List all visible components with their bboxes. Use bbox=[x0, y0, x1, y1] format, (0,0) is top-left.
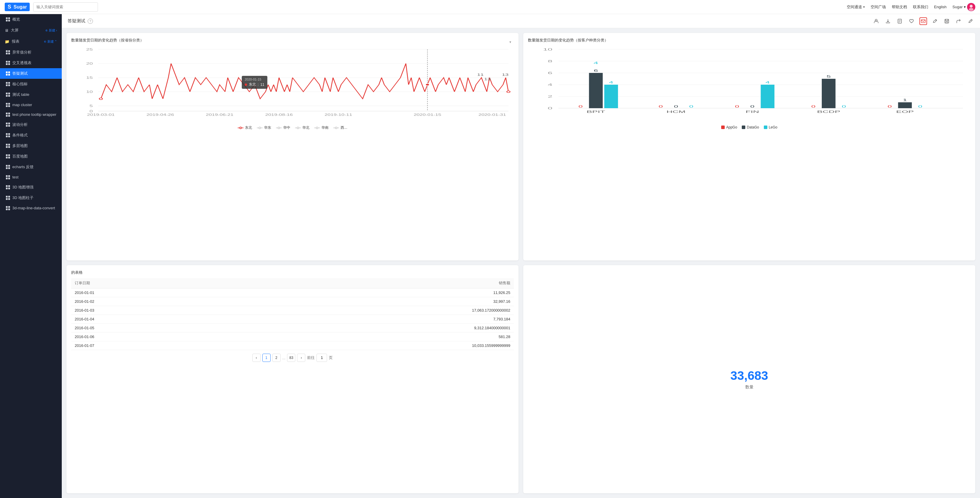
number-card: 33,683 数量 bbox=[523, 265, 975, 493]
sidebar-label-3dmapcol: 3D 地图柱子 bbox=[12, 195, 33, 200]
cell-date: 2016-01-07 bbox=[71, 341, 235, 350]
save-icon[interactable] bbox=[943, 17, 951, 25]
sidebar-item-3dmap[interactable]: 3D 地图增强 bbox=[0, 182, 62, 193]
sidebar-section-dapin[interactable]: 🖥 大屏 ⊕ 新建 › bbox=[0, 25, 62, 36]
next-page-btn[interactable]: › bbox=[297, 354, 305, 362]
grid-icon bbox=[6, 185, 10, 189]
mail-icon[interactable] bbox=[920, 17, 927, 25]
svg-text:6: 6 bbox=[594, 69, 598, 72]
sidebar-item-multilayermap[interactable]: 多层地图 bbox=[0, 141, 62, 151]
person-icon[interactable] bbox=[872, 17, 880, 25]
heart-icon[interactable] bbox=[908, 17, 915, 25]
edit-icon[interactable] bbox=[931, 17, 939, 25]
svg-text:4: 4 bbox=[548, 83, 552, 87]
report-header: 答疑测试 ? bbox=[62, 14, 980, 28]
line-chart-svg: 25 20 15 10 5 0 2019-03-01 2019-04-26 20… bbox=[71, 46, 514, 117]
chart-options-btn[interactable]: ▾ bbox=[507, 38, 514, 46]
sidebar-item-qa[interactable]: 答疑测试 bbox=[0, 68, 62, 79]
svg-rect-50 bbox=[604, 85, 618, 108]
nav-contact[interactable]: 联系我们 bbox=[913, 5, 928, 10]
report-title: 答疑测试 bbox=[68, 18, 85, 24]
new-report-btn[interactable]: ⊕ 新建 ⌃ bbox=[44, 40, 57, 44]
sidebar-item-test[interactable]: test bbox=[0, 172, 62, 182]
svg-text:2019-08-16: 2019-08-16 bbox=[265, 113, 293, 116]
nav-help-docs[interactable]: 帮助文档 bbox=[892, 5, 907, 10]
sidebar-item-3dmapcol[interactable]: 3D 地图柱子 bbox=[0, 193, 62, 203]
new-dapin-btn[interactable]: ⊕ 新建 › bbox=[45, 28, 57, 33]
table-card: 的表格 订单日期 销售额 2016-01-01 11,926.25 bbox=[67, 265, 519, 493]
legend-datago[interactable]: DataGo bbox=[742, 125, 759, 129]
sidebar-item-echarts[interactable]: echarts 反馈 bbox=[0, 162, 62, 172]
legend-label-huabei: 华北 bbox=[302, 125, 309, 130]
legend-huazhong[interactable]: 华中 bbox=[276, 125, 290, 130]
svg-rect-48 bbox=[589, 73, 603, 108]
page-83-btn[interactable]: 83 bbox=[287, 354, 295, 362]
prev-page-btn[interactable]: ‹ bbox=[252, 354, 261, 362]
user-name: Sugar bbox=[952, 5, 963, 9]
data-table: 订单日期 销售额 2016-01-01 11,926.25 2016-01-02… bbox=[71, 278, 514, 350]
big-number-value: 33,683 bbox=[730, 369, 768, 383]
bar-chart: 10 8 6 4 2 0 0 6 bbox=[528, 46, 970, 123]
table-row: 2016-01-06 581.28 bbox=[71, 333, 514, 341]
big-number-label: 数量 bbox=[745, 384, 754, 390]
grid-icon bbox=[6, 133, 10, 137]
svg-text:BPIT: BPIT bbox=[587, 110, 605, 114]
page-1-btn[interactable]: 1 bbox=[262, 354, 270, 362]
legend-xi[interactable]: 西... bbox=[333, 125, 347, 130]
share-icon[interactable] bbox=[955, 17, 963, 25]
sidebar-item-pivot[interactable]: 交叉透视表 bbox=[0, 58, 62, 68]
content-area: 答疑测试 ? bbox=[62, 14, 980, 498]
sidebar-item-testphone[interactable]: test phone tooltip wrapper bbox=[0, 109, 62, 119]
sidebar-item-condformat[interactable]: 条件格式 bbox=[0, 130, 62, 141]
bar-chart-title: 数量随发货日期的变化趋势（按客户种类分类） bbox=[528, 38, 970, 43]
sidebar-item-mapcluster[interactable]: map cluster bbox=[0, 100, 62, 109]
report-title-area: 答疑测试 ? bbox=[68, 18, 93, 24]
grid-icon bbox=[6, 93, 10, 97]
user-menu[interactable]: Sugar ▾ bbox=[952, 3, 975, 11]
language-selector[interactable]: English bbox=[934, 5, 947, 9]
search-input[interactable] bbox=[33, 2, 98, 12]
main-layout: 概览 🖥 大屏 ⊕ 新建 › 📁 报表 ⊕ 新建 ⌃ bbox=[0, 14, 980, 498]
legend-huanan[interactable]: 华南 bbox=[314, 125, 329, 130]
grid-icon bbox=[6, 82, 10, 86]
legend-huabei[interactable]: 华北 bbox=[295, 125, 309, 130]
legend-appgo[interactable]: AppGo bbox=[721, 125, 737, 129]
grid-icon bbox=[6, 154, 10, 159]
legend-dongbei[interactable]: 东北 bbox=[238, 125, 252, 130]
svg-text:2020-01-31: 2020-01-31 bbox=[479, 113, 506, 116]
sidebar-item-3dmapline[interactable]: 3d-map-line-data-convert bbox=[0, 203, 62, 213]
table-row: 2016-01-02 32,997.16 bbox=[71, 297, 514, 306]
page-2-btn[interactable]: 2 bbox=[272, 354, 281, 362]
nav-space-square[interactable]: 空间广场 bbox=[870, 5, 886, 10]
goto-input[interactable] bbox=[317, 354, 327, 362]
cell-amount: 581.28 bbox=[235, 333, 514, 341]
pen-icon[interactable] bbox=[966, 17, 974, 25]
cell-amount: 10,033.155999999999 bbox=[235, 341, 514, 350]
line-chart-title: 数量随发货日期的变化趋势（按省份分类） bbox=[71, 38, 144, 43]
help-icon[interactable]: ? bbox=[88, 19, 93, 24]
grid-icon bbox=[6, 50, 10, 54]
download-icon[interactable] bbox=[884, 17, 892, 25]
page-ellipsis: ... bbox=[282, 356, 286, 360]
table-row: 2016-01-04 7,793.184 bbox=[71, 315, 514, 324]
sidebar-item-baidumap[interactable]: 百度地图 bbox=[0, 151, 62, 162]
svg-text:4: 4 bbox=[609, 81, 614, 84]
legend-huadong[interactable]: 华东 bbox=[257, 125, 271, 130]
sidebar-item-wave[interactable]: 波动分析 bbox=[0, 119, 62, 130]
sidebar-item-anomaly[interactable]: 异常值分析 bbox=[0, 47, 62, 58]
svg-text:HCM: HCM bbox=[667, 110, 686, 114]
sidebar-label-core: 核心指标 bbox=[12, 81, 28, 87]
logo[interactable]: S Sugar bbox=[5, 3, 30, 11]
cell-date: 2016-01-05 bbox=[71, 324, 235, 333]
line-chart-card: 数量随发货日期的变化趋势（按省份分类） ▾ 25 20 bbox=[67, 33, 519, 260]
col-amount: 销售额 bbox=[235, 278, 514, 289]
file-icon[interactable] bbox=[896, 17, 904, 25]
nav-space-channel[interactable]: 空间通道 ▾ bbox=[847, 5, 865, 10]
sidebar-section-report[interactable]: 📁 报表 ⊕ 新建 ⌃ bbox=[0, 36, 62, 47]
sidebar-item-overview[interactable]: 概览 bbox=[0, 14, 62, 25]
sidebar-item-core[interactable]: 核心指标 bbox=[0, 79, 62, 89]
table-row: 2016-01-01 11,926.25 bbox=[71, 289, 514, 297]
legend-lego[interactable]: LeGo bbox=[764, 125, 777, 129]
svg-text:4: 4 bbox=[765, 81, 770, 84]
sidebar-item-testtable[interactable]: 测试 table bbox=[0, 89, 62, 100]
